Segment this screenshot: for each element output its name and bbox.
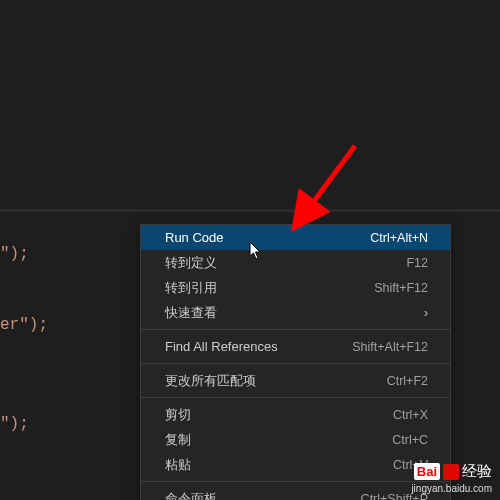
menu-item-label: 命令面板	[165, 490, 217, 501]
panel-divider	[0, 209, 500, 212]
menu-item[interactable]: Run CodeCtrl+Alt+N	[141, 225, 450, 250]
menu-item-label: 复制	[165, 431, 191, 449]
code-fragment: ");	[0, 415, 29, 433]
menu-item-shortcut: Ctrl+X	[393, 408, 428, 422]
watermark-brand-text: Bai	[414, 463, 440, 480]
code-fragment: ");	[0, 245, 29, 263]
menu-item[interactable]: 粘贴Ctrl+V	[141, 452, 450, 477]
context-menu: Run CodeCtrl+Alt+N转到定义F12转到引用Shift+F12快速…	[140, 224, 451, 500]
menu-item-label: 转到定义	[165, 254, 217, 272]
menu-item-shortcut: Ctrl+Alt+N	[370, 231, 428, 245]
menu-item-shortcut: Ctrl+C	[392, 433, 428, 447]
menu-item[interactable]: 更改所有匹配项Ctrl+F2	[141, 368, 450, 393]
watermark-url: jingyan.baidu.com	[411, 483, 492, 494]
menu-item-label: Run Code	[165, 230, 224, 245]
menu-item-shortcut: F12	[406, 256, 428, 270]
menu-item-label: 更改所有匹配项	[165, 372, 256, 390]
menu-separator	[141, 363, 450, 364]
menu-separator	[141, 481, 450, 482]
code-fragment: er");	[0, 316, 48, 334]
paw-icon	[443, 464, 459, 480]
menu-item-label: 转到引用	[165, 279, 217, 297]
menu-item[interactable]: 剪切Ctrl+X	[141, 402, 450, 427]
chevron-right-icon: ›	[424, 306, 428, 320]
menu-separator	[141, 397, 450, 398]
menu-separator	[141, 329, 450, 330]
menu-item[interactable]: 快速查看›	[141, 300, 450, 325]
menu-item[interactable]: 命令面板Ctrl+Shift+P	[141, 486, 450, 500]
menu-item[interactable]: Find All ReferencesShift+Alt+F12	[141, 334, 450, 359]
menu-item[interactable]: 复制Ctrl+C	[141, 427, 450, 452]
menu-item[interactable]: 转到引用Shift+F12	[141, 275, 450, 300]
menu-item[interactable]: 转到定义F12	[141, 250, 450, 275]
watermark: Bai 经验 jingyan.baidu.com	[411, 462, 492, 494]
menu-item-label: Find All References	[165, 339, 278, 354]
menu-item-label: 快速查看	[165, 304, 217, 322]
menu-item-shortcut: Shift+F12	[374, 281, 428, 295]
menu-item-shortcut: Shift+Alt+F12	[352, 340, 428, 354]
menu-item-label: 粘贴	[165, 456, 191, 474]
menu-item-label: 剪切	[165, 406, 191, 424]
watermark-logo: Bai 经验	[411, 462, 492, 481]
menu-item-shortcut: Ctrl+F2	[387, 374, 428, 388]
watermark-brand-text: 经验	[462, 462, 492, 481]
